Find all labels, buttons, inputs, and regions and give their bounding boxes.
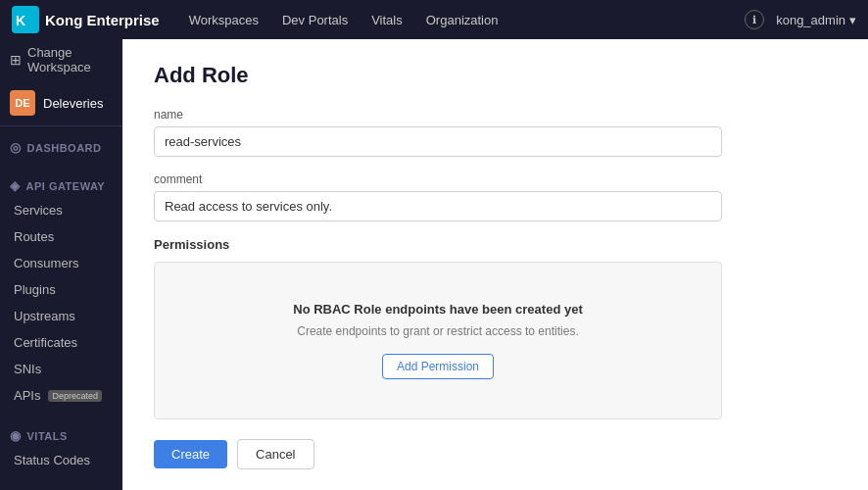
sidebar-item-plugins[interactable]: Plugins — [0, 276, 122, 303]
sidebar-section-dev-portal: ▤ Dev Portal Overview Settings Developer… — [0, 479, 122, 490]
sidebar-item-certificates[interactable]: Certificates — [0, 329, 122, 356]
api-gateway-icon: ◈ — [10, 178, 21, 193]
upstreams-label: Upstreams — [14, 309, 75, 323]
nav-link-organization[interactable]: Organization — [416, 9, 508, 31]
content-area: Add Role name comment Permissions No RBA… — [122, 39, 868, 490]
deprecated-badge: Deprecated — [48, 390, 102, 402]
nav-link-dev-portals[interactable]: Dev Portals — [272, 9, 358, 31]
name-input[interactable] — [154, 126, 722, 157]
sidebar: ⊞ Change Workspace DE Deleveries ◎ Dashb… — [0, 39, 122, 490]
brand-name: Kong Enterprise — [45, 12, 160, 28]
permissions-empty-desc: Create endpoints to grant or restrict ac… — [174, 324, 701, 338]
sidebar-section-api-gateway-label: API Gateway — [26, 180, 106, 192]
workspace-selector[interactable]: DE Deleveries — [0, 80, 122, 126]
comment-label: comment — [154, 172, 837, 186]
grid-icon: ⊞ — [10, 52, 22, 68]
status-codes-label: Status Codes — [14, 453, 90, 467]
change-workspace-label: Change Workspace — [27, 45, 113, 74]
comment-form-group: comment — [154, 172, 837, 221]
sidebar-item-routes[interactable]: Routes — [0, 223, 122, 250]
main-layout: ⊞ Change Workspace DE Deleveries ◎ Dashb… — [0, 39, 868, 490]
top-navigation: K Kong Enterprise Workspaces Dev Portals… — [0, 0, 868, 39]
page-title: Add Role — [154, 63, 837, 88]
routes-label: Routes — [14, 229, 54, 244]
sidebar-item-apis[interactable]: APIs Deprecated — [0, 382, 122, 409]
form-actions: Create Cancel — [154, 439, 837, 469]
sidebar-item-snis[interactable]: SNIs — [0, 356, 122, 382]
sidebar-section-api-gateway-header: ◈ API Gateway — [0, 171, 122, 197]
name-form-group: name — [154, 108, 837, 157]
workspace-avatar: DE — [10, 90, 35, 116]
logo: K Kong Enterprise — [12, 6, 160, 33]
username: kong_admin — [776, 13, 845, 27]
info-icon[interactable]: ℹ — [745, 10, 764, 29]
change-workspace-item[interactable]: ⊞ Change Workspace — [0, 39, 122, 80]
nav-link-vitals[interactable]: Vitals — [362, 9, 412, 31]
permissions-empty-box: No RBAC Role endpoints have been created… — [154, 262, 722, 419]
sidebar-section-vitals-label: Vitals — [27, 430, 68, 442]
nav-links: Workspaces Dev Portals Vitals Organizati… — [179, 9, 745, 31]
user-menu[interactable]: kong_admin ▾ — [776, 13, 856, 27]
certificates-label: Certificates — [14, 335, 77, 350]
sidebar-section-vitals-header: ◉ Vitals — [0, 420, 122, 447]
sidebar-section-dashboard: ◎ Dashboard — [0, 126, 122, 165]
sidebar-item-services[interactable]: Services — [0, 197, 122, 223]
cancel-button[interactable]: Cancel — [237, 439, 313, 469]
sidebar-item-status-codes[interactable]: Status Codes — [0, 447, 122, 473]
comment-input[interactable] — [154, 191, 722, 221]
create-button[interactable]: Create — [154, 440, 227, 468]
permissions-section: Permissions No RBAC Role endpoints have … — [154, 237, 837, 419]
workspace-name: Deleveries — [43, 96, 103, 111]
sidebar-section-dashboard-header[interactable]: ◎ Dashboard — [0, 132, 122, 159]
apis-label: APIs — [14, 388, 40, 403]
services-label: Services — [14, 203, 63, 218]
sidebar-section-dashboard-label: Dashboard — [27, 142, 102, 154]
consumers-label: Consumers — [14, 256, 78, 270]
vitals-icon: ◉ — [10, 428, 22, 443]
sidebar-section-api-gateway: ◈ API Gateway Services Routes Consumers … — [0, 165, 122, 415]
dashboard-icon: ◎ — [10, 140, 22, 155]
user-chevron-icon: ▾ — [849, 13, 856, 27]
sidebar-section-dev-portal-header: ▤ Dev Portal — [0, 485, 122, 490]
add-permission-button[interactable]: Add Permission — [382, 354, 494, 379]
nav-link-workspaces[interactable]: Workspaces — [179, 9, 268, 31]
snis-label: SNIs — [14, 362, 41, 376]
sidebar-item-consumers[interactable]: Consumers — [0, 250, 122, 276]
sidebar-section-vitals: ◉ Vitals Status Codes — [0, 415, 122, 479]
permissions-label: Permissions — [154, 237, 837, 252]
svg-text:K: K — [16, 13, 25, 28]
kong-logo-icon: K — [12, 6, 39, 33]
plugins-label: Plugins — [14, 282, 56, 297]
permissions-empty-title: No RBAC Role endpoints have been created… — [174, 302, 701, 317]
name-label: name — [154, 108, 837, 122]
sidebar-item-upstreams[interactable]: Upstreams — [0, 303, 122, 329]
top-nav-right: ℹ kong_admin ▾ — [745, 10, 856, 29]
